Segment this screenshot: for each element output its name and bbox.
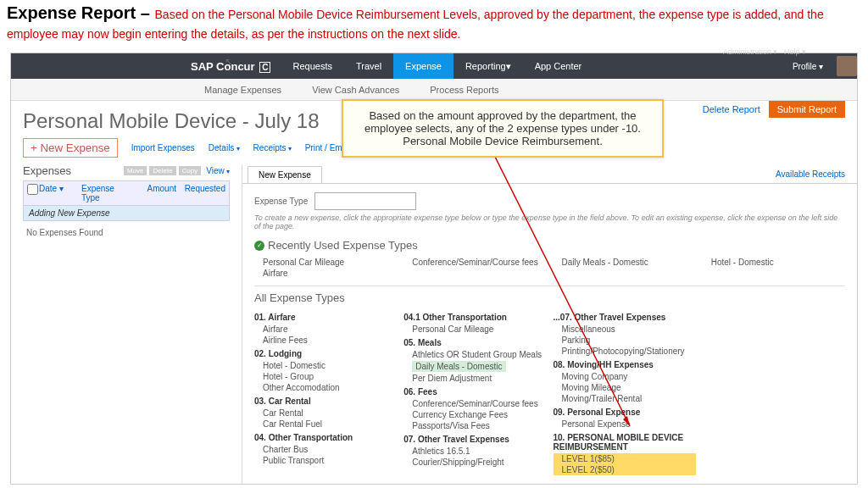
left-panel: Expenses Move Delete Copy View Date ▾ Ex…	[11, 164, 242, 484]
expense-type-item[interactable]: Airline Fees	[254, 335, 397, 346]
expense-type-item[interactable]: Hotel - Domestic	[254, 360, 397, 371]
move-button[interactable]: Move	[124, 166, 147, 175]
expense-type-item-level1[interactable]: LEVEL 1($85)	[554, 453, 696, 464]
cursor-icon: ↖	[225, 56, 233, 68]
new-expense-button[interactable]: + New Expense	[23, 138, 118, 158]
expense-type-item[interactable]: Car Rental	[254, 408, 397, 419]
help-link[interactable]: Help ▾	[784, 47, 806, 56]
callout-arrow	[494, 155, 496, 426]
sub-nav: ↖ Manage Expenses View Cash Advances Pro…	[11, 79, 857, 101]
profile-menu[interactable]: Profile ▾	[784, 62, 832, 71]
col-amount[interactable]: Amount	[137, 181, 180, 205]
nav-appcenter[interactable]: App Center	[523, 53, 594, 79]
category-label: 02. Lodging	[254, 349, 397, 358]
delete-button[interactable]: Delete	[149, 166, 175, 175]
expense-type-item-level2[interactable]: LEVEL 2($50)	[554, 464, 696, 475]
expense-type-item[interactable]: Hotel - Group	[254, 371, 397, 382]
submit-report-button[interactable]: Submit Report	[769, 101, 845, 118]
expense-type-item[interactable]: Car Rental Fuel	[254, 419, 397, 430]
no-expenses-msg: No Expenses Found	[23, 221, 230, 244]
nav-travel[interactable]: Travel	[344, 53, 393, 79]
admin-link[interactable]: Administration ▾	[723, 47, 778, 56]
svg-marker-1	[623, 416, 630, 426]
adding-row[interactable]: Adding New Expense	[23, 206, 230, 221]
expense-type-item[interactable]: Airfare	[254, 324, 397, 335]
expense-type-item[interactable]: Public Transport	[254, 455, 397, 466]
expense-type-label: Expense Type	[254, 197, 308, 206]
expense-type-input[interactable]	[314, 192, 416, 210]
recent-item[interactable]: Airfare	[254, 268, 397, 279]
check-icon: ✓	[254, 241, 264, 251]
main-split: Expenses Move Delete Copy View Date ▾ Ex…	[11, 164, 857, 484]
receipts-link[interactable]: Receipts	[253, 143, 292, 152]
recent-item[interactable]: Personal Car Mileage	[254, 257, 397, 268]
expense-type-item[interactable]: Athletics 16.5.1	[403, 446, 546, 457]
expenses-label: Expenses	[23, 164, 71, 177]
right-actions: Delete Report Submit Report	[703, 101, 845, 118]
slide-title-bold: Expense Report –	[7, 3, 155, 22]
recent-item[interactable]: Hotel - Domestic	[703, 257, 845, 268]
available-receipts-link[interactable]: Available Receipts	[776, 169, 845, 179]
col-type[interactable]: Expense Type	[78, 181, 137, 205]
category-label: 01. Airfare	[254, 313, 397, 322]
details-link[interactable]: Details	[209, 143, 240, 152]
svg-line-0	[494, 155, 630, 426]
tab-new-expense[interactable]: New Expense	[248, 166, 322, 183]
subnav-cash[interactable]: View Cash Advances	[297, 85, 415, 95]
top-nav: SAP Concur C Requests Travel Expense Rep…	[11, 53, 857, 79]
expense-type-item[interactable]: Courier/Shipping/Freight	[403, 457, 546, 468]
copy-button[interactable]: Copy	[179, 166, 202, 175]
avatar[interactable]	[837, 56, 857, 76]
expense-type-item[interactable]: Other Accomodation	[254, 382, 397, 393]
nav-requests[interactable]: Requests	[281, 53, 343, 79]
col-requested[interactable]: Requested	[180, 181, 229, 205]
recent-heading: Recently Used Expense Types	[268, 239, 418, 252]
mini-buttons: Move Delete Copy	[124, 166, 201, 175]
nav-expense[interactable]: Expense	[393, 53, 453, 79]
app-window: Administration ▾ Help ▾ SAP Concur C Req…	[10, 53, 858, 485]
slide-title: Expense Report – Based on the Personal M…	[0, 0, 868, 46]
nav-reporting[interactable]: Reporting ▾	[453, 53, 523, 79]
expense-table-header: Date ▾ Expense Type Amount Requested	[23, 180, 230, 206]
expense-type-item[interactable]: Charter Bus	[254, 444, 397, 455]
chevron-down-icon: ▾	[506, 61, 511, 72]
subnav-manage[interactable]: Manage Expenses	[189, 85, 297, 95]
view-link[interactable]: View	[206, 166, 230, 175]
admin-help-bar: Administration ▾ Help ▾	[723, 47, 806, 56]
category-label: 03. Car Rental	[254, 396, 397, 406]
subnav-process[interactable]: Process Reports	[415, 85, 514, 95]
callout-box: Based on the amount approved by the depa…	[342, 99, 664, 158]
delete-report-link[interactable]: Delete Report	[703, 104, 760, 114]
import-link[interactable]: Import Expenses	[131, 143, 195, 152]
logo-icon: C	[259, 62, 270, 73]
col-date[interactable]: Date ▾	[36, 181, 78, 205]
category-label: 04. Other Transportation	[254, 433, 397, 442]
